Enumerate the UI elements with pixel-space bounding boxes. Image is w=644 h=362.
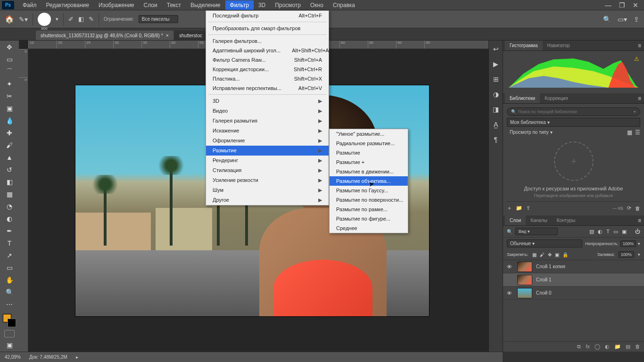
submenu-item[interactable]: Размытие в движении...: [330, 167, 408, 176]
filter-shape-icon[interactable]: ▭: [613, 229, 618, 235]
lock-position-icon[interactable]: ✥: [548, 252, 552, 257]
menu-просмотр[interactable]: Просмотр: [270, 0, 305, 10]
new-adjustment-icon[interactable]: ◐: [605, 344, 610, 350]
submenu-item[interactable]: Размытие по поверхности...: [330, 195, 408, 205]
menu-изображение[interactable]: Изображение: [94, 0, 139, 10]
more-tools[interactable]: ⋯: [4, 300, 15, 309]
layer-mask-icon[interactable]: ◯: [594, 344, 600, 350]
close-icon[interactable]: ✕: [633, 1, 638, 9]
brush-preview[interactable]: 800: [38, 13, 51, 26]
paragraph-icon[interactable]: ¶: [494, 136, 498, 143]
panel-menu-icon[interactable]: ≡: [635, 42, 644, 49]
restriction-select[interactable]: Все пикселы: [139, 15, 179, 23]
gradient-tool[interactable]: ▦: [4, 189, 15, 199]
submenu-item[interactable]: Среднее: [330, 223, 408, 233]
status-arrow-icon[interactable]: ▸: [76, 354, 78, 360]
submenu-item[interactable]: "Умное" размытие...: [330, 129, 408, 139]
lasso-tool[interactable]: ⌒: [4, 67, 15, 76]
add-button[interactable]: ＋: [507, 205, 512, 212]
color-swatches[interactable]: [3, 314, 16, 327]
library-select[interactable]: Моя библиотека ▾: [507, 118, 640, 127]
workspace-icon[interactable]: ▭▾: [618, 16, 627, 23]
menu-item[interactable]: Последний фильтрAlt+Ctrl+F: [206, 11, 329, 20]
menu-item[interactable]: Фильтр Camera Raw...Shift+Ctrl+A: [206, 55, 329, 65]
trash-icon[interactable]: 🗑: [635, 206, 640, 211]
tab-histogram[interactable]: Гистограмма: [505, 41, 543, 50]
menu-item[interactable]: Другое▶: [206, 195, 329, 205]
path-tool[interactable]: ↗: [4, 251, 15, 260]
character-icon[interactable]: A̲: [494, 121, 498, 128]
document-tab[interactable]: shutterstock_1130573132.jpg @ 48,6% (Сло…: [36, 31, 173, 40]
menu-3d[interactable]: 3D: [254, 0, 270, 10]
sync-icon[interactable]: ⟳: [627, 205, 631, 211]
folder-icon[interactable]: 📁: [516, 205, 522, 211]
layer-name[interactable]: Слой 1: [536, 277, 552, 282]
visibility-toggle[interactable]: 👁: [507, 264, 513, 270]
lock-transparent-icon[interactable]: ▦: [532, 252, 537, 257]
background-swatch[interactable]: [8, 319, 16, 327]
move-tool[interactable]: ✥: [4, 42, 15, 52]
tab-paths[interactable]: Контуры: [552, 215, 580, 225]
search-icon[interactable]: 🔍: [603, 16, 611, 23]
new-group-icon[interactable]: 📁: [614, 344, 621, 350]
tab-libraries[interactable]: Библиотеки: [505, 93, 540, 103]
menu-item[interactable]: Рендеринг▶: [206, 156, 329, 165]
menu-item[interactable]: Оформление▶: [206, 136, 329, 146]
brush-preset-icon[interactable]: ✎▾: [19, 16, 28, 23]
menu-item[interactable]: Видео▶: [206, 106, 329, 116]
brush-dropdown-icon[interactable]: ▾: [56, 16, 58, 22]
layer-fx-icon[interactable]: fx: [586, 344, 590, 350]
submenu-item[interactable]: Размытие +: [330, 157, 408, 167]
marquee-tool[interactable]: ▭: [4, 55, 15, 64]
menu-item[interactable]: Преобразовать для смарт-фильтров: [206, 24, 329, 33]
home-icon[interactable]: 🏠: [5, 15, 14, 24]
menu-выделение[interactable]: Выделение: [186, 0, 225, 10]
upload-icon[interactable]: ⇪: [526, 205, 530, 211]
filter-pixel-icon[interactable]: ▧: [589, 229, 594, 235]
menu-item[interactable]: Галерея фильтров...: [206, 36, 329, 46]
new-layer-icon[interactable]: ▤: [626, 344, 630, 350]
zoom-value[interactable]: 42,09%: [5, 354, 21, 360]
layer-thumbnail[interactable]: [517, 275, 532, 285]
frame-tool[interactable]: ▣: [4, 104, 15, 113]
menu-окно[interactable]: Окно: [305, 0, 328, 10]
chevron-down-icon[interactable]: ▾: [638, 241, 640, 246]
heal-tool[interactable]: ✚: [4, 128, 15, 138]
tab-channels[interactable]: Каналы: [526, 215, 552, 225]
menu-справка[interactable]: Справка: [328, 0, 360, 10]
warning-icon[interactable]: ⚠: [634, 56, 639, 62]
layer-name[interactable]: Слой 1 копия: [536, 264, 565, 269]
brush-option-icon-3[interactable]: ✎: [89, 16, 94, 23]
menu-редактирование[interactable]: Редактирование: [41, 0, 94, 10]
adjustments-icon[interactable]: ◑: [493, 90, 499, 98]
tab-adjustments[interactable]: Коррекция: [540, 93, 572, 103]
submenu-item[interactable]: Размытие по Гауссу...: [330, 186, 408, 195]
dodge-tool[interactable]: ◐: [4, 214, 15, 223]
blur-tool[interactable]: ◔: [4, 202, 15, 211]
link-layers-icon[interactable]: ⧉: [577, 344, 581, 350]
pen-tool[interactable]: ✒: [4, 226, 15, 236]
eraser-tool[interactable]: ◧: [4, 177, 15, 187]
submenu-item[interactable]: Размытие: [330, 148, 408, 157]
menu-item[interactable]: Усиление резкости▶: [206, 175, 329, 185]
wand-tool[interactable]: ✦: [4, 79, 15, 89]
layer-row[interactable]: 👁Слой 1 копия: [503, 260, 644, 273]
list-view-icon[interactable]: ☰: [635, 129, 640, 136]
opacity-value[interactable]: 100%: [620, 240, 636, 247]
delete-layer-icon[interactable]: 🗑: [635, 344, 640, 350]
brush-tool[interactable]: 🖌: [4, 140, 15, 150]
filter-toggle[interactable]: ⏻: [635, 229, 640, 235]
type-tool[interactable]: T: [4, 239, 15, 248]
share-icon[interactable]: ⇪: [634, 16, 639, 23]
grid-view-icon[interactable]: ▦: [627, 129, 632, 136]
menu-файл[interactable]: Файл: [18, 0, 41, 10]
actions-icon[interactable]: ▶: [493, 60, 498, 68]
shape-tool[interactable]: ▭: [4, 263, 15, 272]
layer-thumbnail[interactable]: [517, 288, 532, 298]
properties-icon[interactable]: ⊞: [493, 75, 499, 83]
zoom-tool[interactable]: 🔍: [4, 288, 15, 297]
menu-item[interactable]: Коррекция дисторсии...Shift+Ctrl+R: [206, 65, 329, 74]
menu-item[interactable]: 3D▶: [206, 96, 329, 106]
panel-menu-icon[interactable]: ≡: [635, 217, 644, 224]
menu-слои[interactable]: Слои: [139, 0, 162, 10]
